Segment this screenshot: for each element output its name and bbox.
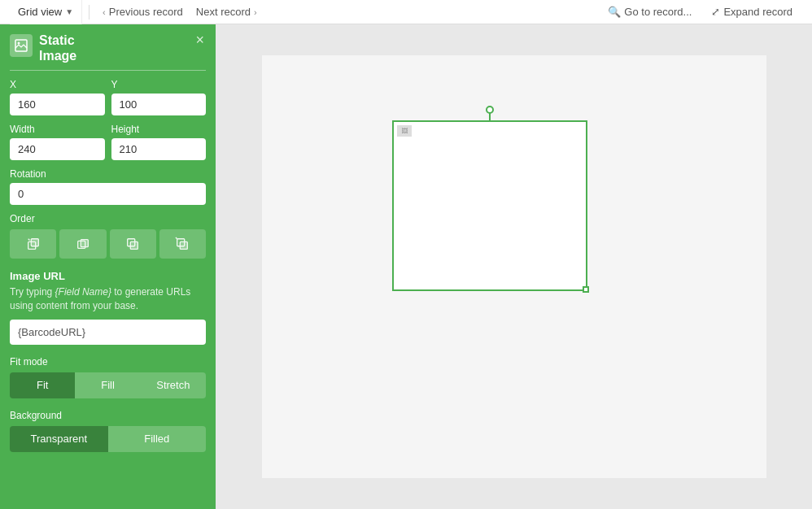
height-input[interactable] — [111, 138, 207, 160]
expand-record-label: Expand record — [723, 6, 792, 18]
go-to-record-button[interactable]: 🔍 Go to record... — [598, 0, 701, 24]
grid-view-label: Grid view — [18, 6, 62, 18]
order-buttons — [10, 229, 206, 259]
order-label: Order — [10, 213, 206, 224]
fit-mode-label: Fit mode — [10, 356, 206, 368]
rotation-field-group: Rotation — [10, 168, 206, 205]
order-back-most-button[interactable] — [10, 229, 56, 259]
svg-rect-8 — [181, 242, 188, 250]
y-field-group: Y — [111, 79, 207, 115]
fit-mode-group: Fit Fill Stretch — [10, 372, 206, 398]
x-input[interactable] — [10, 94, 105, 115]
svg-rect-3 — [31, 239, 38, 246]
nav-divider — [89, 5, 89, 20]
bg-btn-transparent[interactable]: Transparent — [10, 426, 108, 452]
xy-row: X Y — [10, 79, 206, 115]
rotate-handle[interactable] — [486, 106, 494, 114]
width-label: Width — [10, 124, 105, 135]
bg-btn-filled[interactable]: Filled — [108, 426, 207, 452]
search-icon: 🔍 — [608, 6, 621, 18]
close-button[interactable]: × — [194, 33, 206, 47]
height-field-group: Height — [111, 124, 207, 160]
svg-rect-0 — [15, 40, 27, 51]
background-label: Background — [10, 410, 206, 421]
canvas-inner: 🖼 — [262, 55, 766, 478]
svg-rect-6 — [130, 242, 138, 250]
y-label: Y — [111, 79, 207, 90]
svg-rect-5 — [81, 240, 88, 247]
fit-btn-stretch[interactable]: Stretch — [141, 372, 206, 398]
previous-record-label: Previous record — [109, 6, 183, 18]
xy-section: X Y Width Height — [0, 79, 216, 452]
element-type-icon — [10, 34, 33, 57]
x-label: X — [10, 79, 105, 90]
sidebar-divider — [10, 70, 206, 71]
canvas-image-element[interactable]: 🖼 — [392, 120, 587, 291]
resize-handle-bottom-right[interactable] — [583, 286, 589, 293]
left-arrow-icon: ‹ — [103, 7, 106, 17]
top-bar: Grid view ▼ ‹ Previous record Next recor… — [0, 0, 812, 24]
next-record-label: Next record — [196, 6, 251, 18]
sidebar-header: Static Image × — [0, 24, 216, 70]
next-record-button[interactable]: Next record › — [190, 0, 264, 24]
sidebar-title: Static Image — [39, 33, 187, 63]
order-front-most-button[interactable] — [159, 229, 206, 259]
field-name-hint: {Field Name} — [55, 286, 111, 298]
grid-view-button[interactable]: Grid view ▼ — [10, 0, 82, 24]
rotation-label: Rotation — [10, 168, 206, 180]
wh-row: Width Height — [10, 124, 206, 160]
svg-point-1 — [18, 42, 20, 45]
right-arrow-icon: › — [254, 7, 257, 17]
background-group: Transparent Filled — [10, 426, 206, 452]
y-input[interactable] — [111, 94, 207, 115]
image-url-label: Image URL — [10, 270, 206, 282]
main-content: Static Image × X Y Width — [0, 24, 812, 509]
width-input[interactable] — [10, 138, 105, 160]
canvas-area: 🖼 — [216, 24, 812, 509]
order-forward-button[interactable] — [110, 229, 156, 259]
go-to-record-label: Go to record... — [624, 6, 692, 18]
width-field-group: Width — [10, 124, 105, 160]
fit-btn-fit[interactable]: Fit — [10, 372, 75, 398]
sidebar: Static Image × X Y Width — [0, 24, 216, 509]
chevron-down-icon: ▼ — [65, 7, 73, 16]
previous-record-button[interactable]: ‹ Previous record — [96, 0, 190, 24]
rotation-input[interactable] — [10, 183, 206, 205]
image-url-hint: Try typing {Field Name} to generate URLs… — [10, 285, 206, 313]
order-back-button[interactable] — [59, 229, 106, 259]
x-field-group: X — [10, 79, 105, 115]
height-label: Height — [111, 124, 207, 135]
expand-record-button[interactable]: ⤢ Expand record — [701, 0, 802, 24]
expand-icon: ⤢ — [711, 6, 720, 18]
image-url-input[interactable] — [10, 320, 206, 345]
image-indicator: 🖼 — [397, 125, 412, 137]
fit-btn-fill[interactable]: Fill — [75, 372, 140, 398]
